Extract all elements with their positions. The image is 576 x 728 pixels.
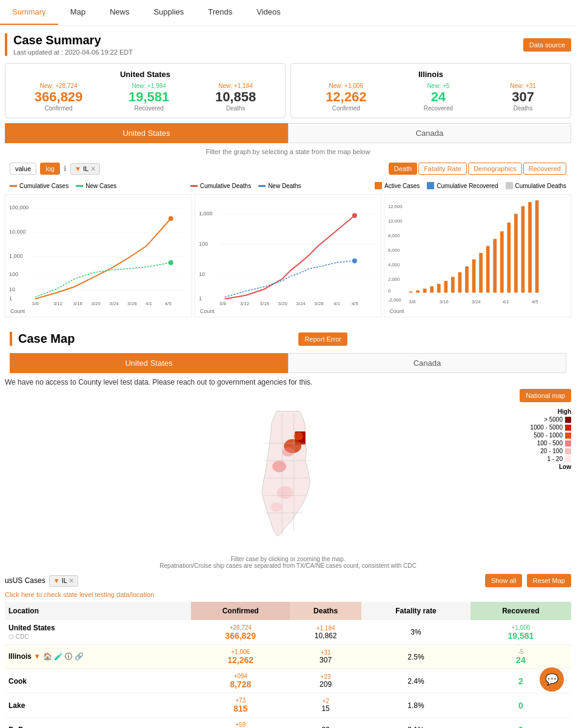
us-deaths-label: Deaths [215, 105, 256, 112]
svg-text:-2,000: -2,000 [388, 297, 401, 303]
filter-note: Filter the graph by selecting a state fr… [0, 148, 576, 155]
map-repatriation-note: Repatriation/Cruise ship cases are separ… [5, 562, 571, 569]
info-icon[interactable]: ℹ [64, 164, 67, 173]
chat-bubble[interactable]: 💬 [540, 667, 564, 692]
us-confirmed-val: 366,829 [35, 89, 83, 105]
nav-trends[interactable]: Trends [196, 0, 244, 25]
map-tab-us[interactable]: United States [10, 353, 288, 373]
fatality-cell: 1.8% [361, 693, 471, 718]
us-deaths-val: 10,858 [215, 89, 256, 105]
report-error-button[interactable]: Report Error [298, 332, 347, 346]
svg-text:8,000: 8,000 [388, 233, 400, 238]
svg-text:3/24: 3/24 [296, 301, 306, 306]
svg-text:3/16: 3/16 [440, 299, 449, 305]
svg-text:1,000: 1,000 [199, 211, 212, 217]
svg-text:4/1: 4/1 [333, 301, 341, 306]
map-tab-canada[interactable]: Canada [288, 353, 566, 373]
no-data-message: We have no access to County level test d… [5, 378, 571, 386]
legend-color-1000 [565, 425, 571, 431]
svg-text:3/8: 3/8 [409, 299, 416, 305]
table-row: Lake+73815+2151.8%0 [5, 693, 571, 718]
legend-color-1 [565, 456, 571, 462]
svg-text:12,000: 12,000 [388, 204, 403, 209]
svg-text:4,000: 4,000 [388, 262, 400, 268]
cases-table: Location Confirmed Deaths Fatality rate … [5, 602, 571, 728]
legend-color-500 [565, 433, 571, 439]
svg-text:4/5: 4/5 [165, 301, 172, 306]
nav-summary[interactable]: Summary [0, 0, 58, 25]
svg-text:2,000: 2,000 [388, 277, 400, 282]
map-legend: High > 5000 1000 - 5000 500 - 1000 100 -… [531, 408, 571, 470]
nav-news[interactable]: News [98, 0, 142, 25]
confirmed-cell: +73815 [191, 693, 290, 718]
log-btn[interactable]: log [40, 163, 60, 175]
tab-fatality-rate[interactable]: Fatality Rate [418, 163, 467, 175]
deaths-chart: 1,000 100 10 1 3/8 3/12 3/16 3/20 3/24 3… [195, 194, 382, 317]
svg-rect-53 [458, 272, 462, 293]
case-summary-header: Case Summary Last updated at : 2020-04-0… [5, 33, 576, 56]
legend-5000-plus-label: > 5000 [544, 416, 563, 423]
legend-color-20 [565, 448, 571, 454]
recovered-cell: 0 [471, 718, 571, 729]
svg-rect-57 [486, 246, 490, 292]
national-map-button[interactable]: National map [520, 389, 571, 402]
svg-point-75 [270, 502, 282, 511]
svg-rect-48 [423, 289, 427, 293]
illinois-map[interactable] [227, 408, 349, 548]
tab-recovered[interactable]: Recovered [523, 163, 566, 175]
il-deaths-val: 307 [510, 89, 536, 105]
us-recovered-val: 19,581 [129, 89, 169, 105]
svg-text:1: 1 [9, 295, 12, 302]
legend-cumulative-cases: Cumulative Cases [19, 183, 69, 189]
cases-filter-remove[interactable]: ✕ [69, 577, 74, 584]
tab-canada[interactable]: Canada [288, 123, 571, 143]
il-confirmed-val: 12,262 [326, 89, 366, 105]
reset-map-button[interactable]: Reset Map [527, 574, 571, 587]
value-btn[interactable]: value [10, 163, 36, 175]
legend-new-cases: New Cases [85, 183, 116, 189]
top-nav: Summary Map News Supplies Trends Videos [0, 0, 576, 26]
nav-videos[interactable]: Videos [244, 0, 293, 25]
svg-text:3/28: 3/28 [127, 301, 137, 306]
tab-death[interactable]: Death [389, 163, 417, 175]
test-link[interactable]: Click here to check state level testing … [5, 591, 571, 598]
filter-remove-icon[interactable]: ✕ [90, 165, 96, 173]
show-all-button[interactable]: Show all [485, 574, 523, 587]
svg-rect-46 [409, 292, 413, 293]
il-recovered-label: Recovered [424, 105, 453, 112]
right-chart-count-label: Count [387, 308, 568, 314]
svg-rect-52 [451, 277, 455, 292]
svg-rect-60 [507, 223, 511, 293]
tab-demographics[interactable]: Demographics [468, 163, 522, 175]
il-confirmed-label: Confirmed [326, 105, 366, 112]
svg-text:3/24: 3/24 [472, 299, 481, 305]
us-stats-card: United States New: +28,724 366,829 Confi… [5, 63, 286, 118]
confirmed-cell: +0948,728 [191, 669, 290, 693]
us-card-title: United States [12, 70, 279, 79]
deaths-cell: +31307 [290, 645, 361, 669]
col-confirmed: Confirmed [191, 602, 290, 620]
svg-rect-50 [437, 284, 441, 292]
legend-low-label: Low [531, 463, 571, 470]
legend-100-500-label: 100 - 500 [537, 440, 563, 447]
svg-text:4/1: 4/1 [146, 301, 153, 306]
tab-us[interactable]: United States [5, 123, 288, 143]
filter-icon-2: ▼ [53, 577, 60, 584]
svg-text:4/1: 4/1 [503, 299, 509, 305]
nav-supplies[interactable]: Supplies [141, 0, 196, 25]
svg-point-12 [169, 260, 173, 265]
data-source-button[interactable]: Data source [523, 38, 571, 52]
il-recovered-val: 24 [424, 89, 453, 105]
nav-map[interactable]: Map [58, 0, 98, 25]
col-location: Location [5, 602, 191, 620]
svg-point-74 [277, 486, 293, 499]
svg-text:3/20: 3/20 [278, 301, 287, 306]
deaths-cell: +215 [290, 693, 361, 718]
svg-text:6,000: 6,000 [388, 248, 400, 253]
us-confirmed-new: New: +28,724 [35, 83, 83, 89]
svg-text:10: 10 [9, 286, 15, 292]
svg-text:3/8: 3/8 [32, 301, 39, 306]
cases-filter-tag: ▼ IL ✕ [49, 575, 79, 587]
us-confirmed: New: +28,724 366,829 Confirmed [35, 83, 83, 112]
cases-filter-label: IL [62, 577, 67, 584]
